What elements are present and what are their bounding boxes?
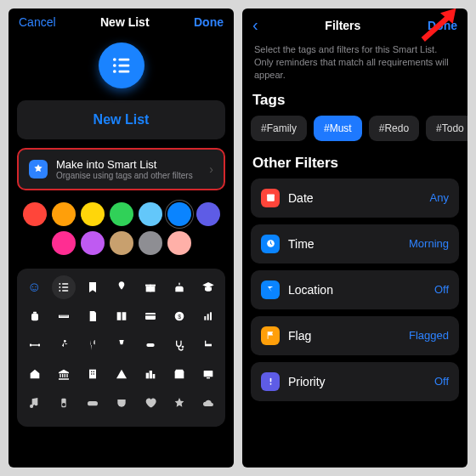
- filter-label: Location: [288, 283, 426, 297]
- tag-chip[interactable]: #Family: [251, 116, 307, 141]
- icon-run[interactable]: [52, 333, 76, 357]
- icon-dumbbell[interactable]: [23, 333, 47, 357]
- icon-book[interactable]: [110, 304, 133, 328]
- icon-bank[interactable]: [52, 362, 76, 386]
- color-swatch[interactable]: [139, 202, 162, 226]
- svg-rect-35: [93, 371, 94, 372]
- filter-row-date[interactable]: DateAny: [251, 178, 459, 218]
- icon-bar[interactable]: [196, 304, 220, 328]
- smart-list-sub: Organise using tags and other filters: [56, 171, 201, 180]
- svg-rect-50: [269, 378, 271, 382]
- filter-label: Priority: [288, 375, 426, 388]
- filter-row-time[interactable]: TimeMorning: [251, 224, 459, 264]
- flag-icon: [261, 326, 280, 345]
- smart-list-icon: [29, 160, 48, 178]
- filter-row-flag[interactable]: FlagFlagged: [251, 316, 459, 355]
- filter-value: Morning: [409, 237, 449, 250]
- icon-star[interactable]: [167, 391, 191, 415]
- color-swatch[interactable]: [81, 202, 105, 226]
- icon-cake[interactable]: [167, 275, 191, 299]
- icon-fork[interactable]: [81, 333, 105, 357]
- color-swatch[interactable]: [52, 231, 76, 255]
- icon-ruler[interactable]: [52, 304, 76, 328]
- filter-label: Date: [288, 191, 422, 205]
- smart-list-title: Make into Smart List: [56, 158, 201, 171]
- color-swatch[interactable]: [167, 231, 191, 255]
- done-button[interactable]: Done: [194, 15, 224, 29]
- icon-music[interactable]: [23, 391, 47, 415]
- tag-chip[interactable]: #Must: [314, 116, 362, 141]
- list-name-field[interactable]: New List: [17, 100, 225, 139]
- svg-rect-16: [31, 314, 38, 321]
- svg-rect-42: [207, 377, 210, 378]
- icon-game[interactable]: [81, 391, 105, 415]
- icon-grad[interactable]: [196, 275, 220, 299]
- svg-rect-23: [204, 316, 206, 320]
- icon-city[interactable]: [139, 362, 162, 386]
- make-smart-list-row[interactable]: Make into Smart List Organise using tags…: [17, 148, 225, 190]
- pri-icon: [261, 372, 280, 391]
- svg-rect-34: [91, 371, 92, 372]
- filter-row-priority[interactable]: PriorityOff: [251, 362, 459, 401]
- icon-wine[interactable]: [110, 333, 133, 357]
- color-swatch[interactable]: [139, 231, 162, 255]
- back-button[interactable]: ‹: [252, 15, 258, 35]
- icon-building[interactable]: [81, 362, 105, 386]
- tag-chip[interactable]: #Redo: [369, 116, 419, 141]
- icon-chair[interactable]: [196, 333, 220, 357]
- color-swatch[interactable]: [23, 202, 47, 226]
- svg-point-4: [112, 70, 116, 73]
- svg-rect-19: [145, 313, 156, 320]
- icon-tv[interactable]: [196, 362, 220, 386]
- icon-speaker[interactable]: [52, 391, 76, 415]
- svg-rect-32: [205, 344, 212, 347]
- filter-label: Time: [288, 237, 400, 251]
- svg-text:$: $: [178, 314, 181, 320]
- svg-rect-27: [38, 344, 40, 347]
- color-swatch[interactable]: [52, 202, 76, 226]
- icon-gift[interactable]: [139, 275, 162, 299]
- color-swatch[interactable]: [110, 231, 133, 255]
- color-swatch[interactable]: [167, 202, 191, 226]
- icon-backpack[interactable]: [23, 304, 47, 328]
- svg-rect-9: [62, 286, 68, 287]
- svg-rect-47: [267, 195, 275, 196]
- svg-point-8: [59, 286, 60, 288]
- icon-store[interactable]: [167, 362, 191, 386]
- svg-rect-11: [62, 290, 68, 291]
- filter-value: Any: [430, 191, 449, 204]
- color-swatch[interactable]: [110, 202, 133, 226]
- icon-tent[interactable]: [110, 362, 133, 386]
- icon-home[interactable]: [23, 362, 47, 386]
- svg-point-6: [59, 283, 60, 285]
- svg-rect-38: [145, 373, 148, 379]
- icon-list[interactable]: [52, 275, 76, 299]
- color-swatch[interactable]: [81, 231, 105, 255]
- done-button[interactable]: Done: [428, 19, 457, 32]
- color-swatch[interactable]: [196, 202, 220, 226]
- icon-card[interactable]: [139, 304, 162, 328]
- emoji-tab[interactable]: ☺: [23, 275, 47, 299]
- tag-chip[interactable]: #Todo: [426, 116, 468, 141]
- icon-heart[interactable]: [139, 391, 162, 415]
- svg-point-2: [112, 64, 116, 67]
- svg-point-51: [269, 383, 271, 385]
- navbar: Cancel New List Done: [8, 8, 234, 34]
- icon-cloud[interactable]: [196, 391, 220, 415]
- svg-rect-39: [149, 371, 151, 378]
- icon-mask[interactable]: [110, 391, 133, 415]
- svg-rect-33: [89, 370, 96, 379]
- svg-rect-5: [118, 71, 129, 73]
- clock-icon: [261, 235, 280, 253]
- cancel-button[interactable]: Cancel: [19, 15, 56, 29]
- svg-rect-24: [207, 314, 208, 320]
- navbar: ‹ Filters Done: [242, 8, 468, 40]
- icon-doc[interactable]: [81, 304, 105, 328]
- icon-money[interactable]: $: [167, 304, 191, 328]
- icon-pill[interactable]: [139, 333, 162, 357]
- filter-row-location[interactable]: LocationOff: [251, 270, 459, 309]
- icon-bookmark[interactable]: [81, 275, 105, 299]
- chevron-right-icon: ›: [209, 162, 213, 176]
- icon-pin[interactable]: [110, 275, 133, 299]
- icon-steth[interactable]: [167, 333, 191, 357]
